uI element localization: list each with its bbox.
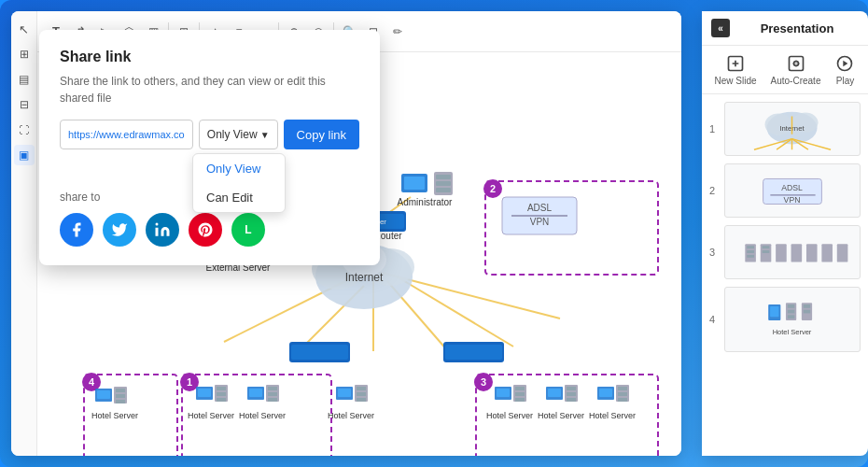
- sidebar-icon-grid[interactable]: ⊞: [14, 44, 35, 64]
- svg-rect-67: [268, 392, 277, 396]
- svg-rect-66: [268, 387, 277, 390]
- slide-item-3[interactable]: 3: [709, 225, 861, 279]
- svg-text:Hotel Server: Hotel Server: [91, 411, 138, 420]
- svg-rect-99: [291, 345, 348, 360]
- svg-rect-75: [357, 398, 366, 402]
- svg-text:ADSL: ADSL: [527, 203, 553, 213]
- svg-rect-94: [618, 387, 627, 390]
- slide-number-4: 4: [709, 314, 719, 325]
- svg-line-114: [754, 139, 792, 150]
- svg-rect-81: [515, 392, 525, 396]
- slide-thumbnail-3: [724, 225, 861, 279]
- svg-rect-139: [788, 304, 795, 308]
- svg-rect-88: [567, 392, 576, 396]
- slide-item-4[interactable]: 4 Hotel Server: [709, 287, 861, 352]
- svg-point-102: [156, 223, 159, 226]
- svg-rect-78: [497, 389, 510, 397]
- svg-rect-61: [217, 398, 226, 402]
- slide-item-1[interactable]: 1 Internet: [709, 102, 861, 156]
- right-panel: « Presentation New Slide Auto-Create Pla…: [702, 11, 868, 456]
- svg-rect-60: [217, 392, 226, 396]
- twitter-icon[interactable]: [103, 213, 136, 247]
- svg-text:Hotel Server: Hotel Server: [486, 411, 533, 420]
- svg-rect-52: [116, 389, 125, 392]
- slide-thumbnail-2: ADSL VPN: [724, 163, 861, 218]
- collapse-button[interactable]: «: [711, 19, 730, 37]
- svg-rect-85: [548, 389, 561, 397]
- svg-rect-127: [747, 255, 754, 258]
- svg-rect-132: [791, 244, 803, 262]
- svg-rect-35: [436, 188, 451, 192]
- svg-rect-53: [116, 394, 125, 398]
- svg-rect-73: [357, 387, 366, 390]
- auto-create-button[interactable]: Auto-Create: [771, 53, 821, 86]
- sidebar-icon-minus[interactable]: ⊟: [14, 94, 35, 115]
- slide-thumbnail-1: Internet: [724, 102, 861, 156]
- svg-rect-133: [806, 244, 818, 262]
- play-icon: [834, 53, 855, 74]
- svg-text:Hotel Server: Hotel Server: [773, 328, 812, 336]
- svg-rect-89: [567, 398, 576, 402]
- sidebar-icon-cursor[interactable]: ↖: [14, 19, 35, 39]
- svg-rect-130: [763, 250, 770, 253]
- new-slide-icon: [725, 53, 746, 74]
- svg-rect-126: [747, 250, 754, 253]
- svg-rect-68: [268, 398, 277, 402]
- svg-rect-71: [338, 389, 351, 397]
- svg-text:Administrator: Administrator: [398, 197, 454, 207]
- toolbar-edit[interactable]: ✏: [386, 21, 409, 43]
- svg-text:2: 2: [490, 183, 496, 194]
- svg-rect-144: [804, 310, 811, 314]
- facebook-icon[interactable]: [60, 213, 93, 247]
- modal-title: Share link: [60, 49, 359, 65]
- copy-link-button[interactable]: Copy link: [284, 120, 359, 149]
- svg-text:Hotel Server: Hotel Server: [328, 411, 374, 420]
- linkedin-svg: [154, 221, 171, 238]
- svg-text:VPN: VPN: [784, 195, 801, 205]
- new-slide-button[interactable]: New Slide: [715, 53, 757, 86]
- svg-text:1: 1: [187, 376, 192, 388]
- play-button[interactable]: Play: [834, 53, 855, 86]
- linkedin-icon[interactable]: [146, 213, 179, 247]
- twitter-svg: [111, 221, 128, 238]
- sidebar-icon-present[interactable]: ▣: [14, 145, 35, 165]
- play-label: Play: [836, 76, 854, 86]
- slide-number-1: 1: [709, 123, 719, 134]
- sidebar-icon-expand[interactable]: ⛶: [14, 120, 35, 140]
- auto-create-icon: [786, 53, 806, 74]
- sidebar-icon-layers[interactable]: ▤: [14, 69, 35, 90]
- svg-rect-64: [249, 389, 262, 397]
- panel-actions: New Slide Auto-Create Play: [702, 46, 868, 94]
- new-slide-label: New Slide: [715, 76, 757, 86]
- svg-line-117: [792, 139, 832, 150]
- svg-rect-80: [515, 387, 525, 390]
- svg-rect-140: [788, 310, 795, 314]
- pinterest-svg: [197, 221, 214, 238]
- facebook-svg: [68, 221, 85, 238]
- only-view-dropdown[interactable]: Only View ▼: [199, 120, 278, 149]
- svg-rect-143: [804, 304, 811, 308]
- pinterest-icon[interactable]: [189, 213, 222, 247]
- svg-rect-54: [116, 400, 125, 403]
- only-view-option[interactable]: Only View: [193, 154, 285, 183]
- svg-point-107: [793, 62, 798, 66]
- svg-rect-33: [436, 175, 451, 179]
- panel-header: « Presentation: [702, 11, 868, 46]
- svg-text:3: 3: [481, 376, 486, 388]
- svg-rect-96: [618, 398, 627, 402]
- slide-thumbnail-4: Hotel Server: [724, 287, 861, 352]
- svg-rect-59: [217, 387, 226, 390]
- svg-rect-131: [776, 244, 787, 262]
- svg-rect-57: [198, 389, 211, 397]
- view-permission-dropdown: Only View Can Edit: [192, 153, 286, 213]
- svg-rect-101: [445, 345, 502, 360]
- line-icon[interactable]: L: [231, 213, 265, 247]
- slide-number-3: 3: [709, 247, 719, 258]
- link-input[interactable]: [60, 120, 193, 149]
- slide-item-2[interactable]: 2 ADSL VPN: [709, 163, 861, 218]
- svg-text:ADSL: ADSL: [781, 183, 803, 192]
- can-edit-option[interactable]: Can Edit: [193, 183, 285, 212]
- share-modal: Share link Share the link to others, and…: [39, 30, 380, 265]
- svg-rect-135: [837, 244, 848, 262]
- svg-rect-134: [821, 244, 833, 262]
